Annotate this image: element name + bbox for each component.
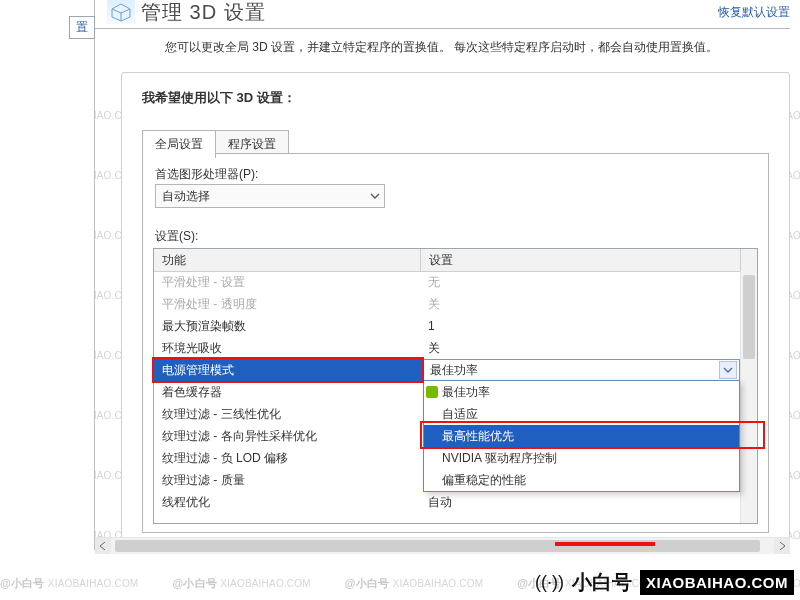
- power-option-max-performance[interactable]: 最高性能优先: [424, 425, 739, 447]
- chevron-down-icon: [370, 191, 380, 201]
- power-option-adaptive[interactable]: 自适应: [424, 403, 739, 425]
- row-feature: 电源管理模式: [154, 362, 420, 379]
- tab-global[interactable]: 全局设置: [142, 130, 216, 158]
- grid-header-scroll-cap: [740, 249, 757, 271]
- grid-header: 功能 设置: [154, 249, 757, 272]
- settings-panel: 我希望使用以下 3D 设置： 全局设置 程序设置 首选图形处理器(P): 自动选…: [121, 72, 790, 544]
- brand-en: XIAOBAIHAO.COM: [640, 570, 794, 595]
- row-value: 关: [420, 340, 757, 357]
- power-option-prefer-stable[interactable]: 偏重稳定的性能: [424, 469, 739, 491]
- row-feature: 着色缓存器: [154, 384, 420, 401]
- setting-row[interactable]: 平滑处理 - 透明度关: [154, 293, 757, 315]
- row-value: 无: [420, 274, 757, 291]
- power-mode-current: 最佳功率: [430, 362, 478, 379]
- row-value: 1: [420, 319, 757, 333]
- restore-defaults-link[interactable]: 恢复默认设置: [718, 4, 790, 21]
- grid-vertical-scrollbar[interactable]: [740, 271, 757, 523]
- row-feature: 最大预渲染帧数: [154, 318, 420, 335]
- panel-heading: 我希望使用以下 3D 设置：: [142, 89, 296, 107]
- row-feature: 纹理过滤 - 负 LOD 偏移: [154, 450, 420, 467]
- h-scroll-thumb[interactable]: [115, 540, 760, 552]
- brand-logo-icon: ((·)): [535, 572, 564, 593]
- left-pane-header-fragment: 置: [69, 16, 95, 39]
- row-value: 关: [420, 296, 757, 313]
- horizontal-scrollbar[interactable]: [95, 537, 790, 554]
- row-feature: 纹理过滤 - 三线性优化: [154, 406, 420, 423]
- power-option-nvidia-driver[interactable]: NVIDIA 驱动程序控制: [424, 447, 739, 469]
- header-separator: [95, 28, 790, 29]
- brand-cn: 小白号: [572, 569, 632, 596]
- preferred-gpu-label: 首选图形处理器(P):: [155, 166, 258, 183]
- row-feature: 环境光吸收: [154, 340, 420, 357]
- setting-row[interactable]: 环境光吸收关: [154, 337, 757, 359]
- tab-page-global: 首选图形处理器(P): 自动选择 设置(S): 功能 设置: [142, 153, 769, 533]
- settings-grid: 功能 设置 平滑处理 - 设置无平滑处理 - 透明度关最大预渲染帧数1环境光吸收…: [153, 248, 758, 524]
- col-feature[interactable]: 功能: [154, 252, 420, 269]
- brand-bar: ((·)) 小白号 XIAOBAIHAO.COM: [0, 564, 800, 600]
- preferred-gpu-value: 自动选择: [162, 188, 210, 205]
- power-mode-value-combo[interactable]: 最佳功率: [423, 359, 740, 381]
- row-feature: 线程优化: [154, 494, 420, 511]
- setting-row[interactable]: 平滑处理 - 设置无: [154, 271, 757, 293]
- power-mode-dropdown[interactable]: 最佳功率 自适应 最高性能优先 NVIDIA 驱动程序控制 偏重稳定的性能: [423, 380, 740, 492]
- dropdown-button[interactable]: [719, 361, 737, 379]
- row-feature: 纹理过滤 - 各向异性采样优化: [154, 428, 420, 445]
- col-value[interactable]: 设置: [421, 252, 740, 269]
- left-nav-pane: 置: [0, 0, 95, 550]
- setting-row[interactable]: 线程优化自动: [154, 491, 757, 513]
- row-feature: 纹理过滤 - 质量: [154, 472, 420, 489]
- scroll-right-button[interactable]: [774, 538, 790, 554]
- settings-label: 设置(S):: [155, 228, 198, 245]
- preferred-gpu-combo[interactable]: 自动选择: [155, 184, 385, 208]
- scroll-left-button[interactable]: [95, 538, 111, 554]
- setting-row[interactable]: 最大预渲染帧数1: [154, 315, 757, 337]
- row-feature: 平滑处理 - 设置: [154, 274, 420, 291]
- main-content: 管理 3D 设置 恢复默认设置 您可以更改全局 3D 设置，并建立特定程序的置换…: [95, 0, 800, 550]
- row-value: 自动: [420, 494, 757, 511]
- row-feature: 平滑处理 - 透明度: [154, 296, 420, 313]
- annotation-red-underline: [555, 542, 655, 546]
- page-description: 您可以更改全局 3D 设置，并建立特定程序的置换值。 每次这些特定程序启动时，都…: [165, 39, 780, 56]
- nvidia-3d-icon: [107, 0, 135, 24]
- power-option-best-power[interactable]: 最佳功率: [424, 381, 739, 403]
- scroll-thumb[interactable]: [743, 275, 755, 359]
- page-title: 管理 3D 设置: [141, 0, 266, 26]
